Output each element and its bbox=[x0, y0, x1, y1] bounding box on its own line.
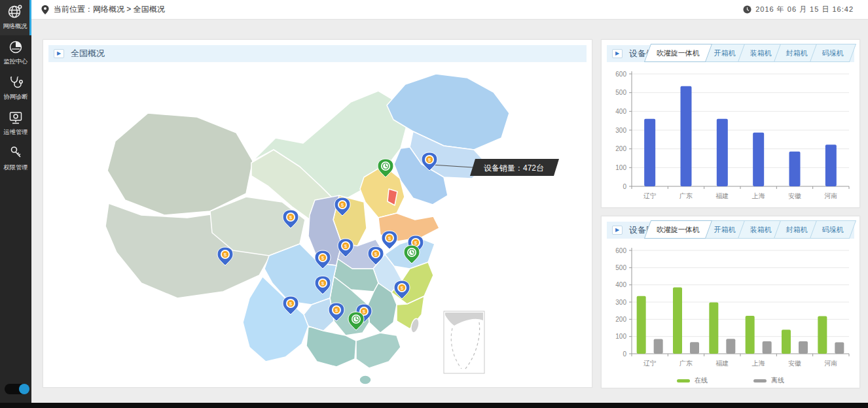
dashboard-app: 网络概况 监控中心 协网诊断 bbox=[0, 0, 868, 408]
offline-swatch bbox=[753, 379, 767, 382]
panel-collapse-button[interactable]: ▶ bbox=[54, 49, 64, 58]
south-china-sea-inset bbox=[444, 311, 484, 373]
tab-palletizer[interactable]: 码垛机 bbox=[810, 44, 856, 62]
toggle-knob bbox=[19, 384, 29, 394]
svg-text:500: 500 bbox=[615, 264, 626, 271]
svg-text:$: $ bbox=[374, 251, 378, 257]
tab-blow-fill-cap[interactable]: 吹灌旋一体机 bbox=[644, 220, 712, 239]
svg-text:$: $ bbox=[401, 285, 404, 291]
svg-text:$: $ bbox=[363, 309, 366, 314]
svg-text:辽宁: 辽宁 bbox=[643, 360, 657, 367]
map-tooltip-text: 设备销量：472台 bbox=[484, 163, 544, 173]
topbar: 当前位置：网络概况 > 全国概况 2016 年 06 月 15 日 16:42 bbox=[31, 0, 868, 20]
map-panel: 设备销量：472台 $$$$$$$$$$$$$$ ▶ 全国概况 bbox=[43, 39, 592, 388]
sidebar-item-label: 监控中心 bbox=[4, 58, 28, 66]
sidebar-collapse-toggle[interactable] bbox=[5, 384, 28, 394]
svg-text:400: 400 bbox=[615, 108, 626, 115]
svg-text:$: $ bbox=[388, 235, 391, 241]
svg-text:0: 0 bbox=[623, 183, 626, 190]
map-panel-header: ▶ 全国概况 bbox=[48, 45, 587, 62]
breadcrumb: 当前位置：网络概况 > 全国概况 bbox=[41, 4, 165, 15]
stethoscope-icon bbox=[7, 74, 24, 91]
sidebar-item-network-overview[interactable]: 网络概况 bbox=[0, 0, 31, 35]
svg-text:福建: 福建 bbox=[715, 192, 729, 199]
svg-text:$: $ bbox=[321, 255, 325, 261]
svg-text:河南: 河南 bbox=[824, 192, 837, 199]
online-swatch bbox=[677, 379, 690, 382]
network-status-panel: ▶ 设备网络状态 吹灌旋一体机 开箱机 装箱机 封箱机 码垛机 01002003… bbox=[601, 216, 860, 388]
svg-text:广东: 广东 bbox=[679, 192, 693, 199]
sidebar-item-diagnosis[interactable]: 协网诊断 bbox=[0, 71, 31, 106]
breadcrumb-text: 当前位置：网络概况 > 全国概况 bbox=[54, 4, 165, 15]
svg-text:$: $ bbox=[321, 280, 325, 286]
map-panel-title: 全国概况 bbox=[71, 48, 105, 60]
sales-tabs: 吹灌旋一体机 开箱机 装箱机 封箱机 码垛机 bbox=[651, 44, 853, 62]
svg-text:$: $ bbox=[289, 301, 293, 307]
ops-monitor-icon bbox=[7, 109, 24, 126]
svg-text:200: 200 bbox=[615, 145, 626, 152]
status-bar-chart: 0100200300400500600辽宁广东福建上海安徽河南 bbox=[602, 241, 859, 371]
status-tabs: 吹灌旋一体机 开箱机 装箱机 封箱机 码垛机 bbox=[651, 220, 853, 239]
svg-text:400: 400 bbox=[615, 281, 626, 288]
monitor-center-icon bbox=[7, 39, 24, 56]
sidebar-item-label: 协网诊断 bbox=[4, 93, 28, 101]
sidebar-item-ops-management[interactable]: 运维管理 bbox=[0, 106, 31, 141]
svg-text:300: 300 bbox=[615, 127, 626, 134]
svg-text:$: $ bbox=[344, 243, 348, 249]
svg-text:$: $ bbox=[224, 252, 227, 258]
svg-text:辽宁: 辽宁 bbox=[643, 192, 657, 199]
svg-text:福建: 福建 bbox=[715, 360, 729, 367]
svg-text:600: 600 bbox=[615, 247, 626, 254]
sales-chart-panel: ▶ 设备销量对比 吹灌旋一体机 开箱机 装箱机 封箱机 码垛机 01002003… bbox=[601, 39, 860, 208]
china-map: 设备销量：472台 $$$$$$$$$$$$$$ bbox=[43, 40, 593, 388]
sidebar-item-label: 权限管理 bbox=[4, 163, 28, 172]
svg-text:$: $ bbox=[335, 307, 338, 313]
topbar-datetime: 2016 年 06 月 15 日 16:42 bbox=[743, 5, 854, 14]
svg-text:200: 200 bbox=[615, 316, 626, 323]
svg-text:300: 300 bbox=[615, 299, 626, 306]
clock-icon bbox=[743, 5, 751, 14]
sidebar-item-monitor-center[interactable]: 监控中心 bbox=[0, 35, 31, 71]
svg-text:安徽: 安徽 bbox=[788, 360, 801, 367]
svg-text:0: 0 bbox=[623, 350, 626, 358]
status-legend: 在线 离线 bbox=[602, 373, 859, 388]
sales-bar-chart: 0100200300400500600辽宁广东福建上海安徽河南 bbox=[602, 65, 859, 203]
location-pin-icon bbox=[41, 5, 50, 15]
sidebar: 网络概况 监控中心 协网诊断 bbox=[0, 0, 31, 403]
svg-text:100: 100 bbox=[615, 164, 626, 171]
svg-text:河南: 河南 bbox=[824, 360, 837, 367]
status-panel-header: ▶ 设备网络状态 吹灌旋一体机 开箱机 装箱机 封箱机 码垛机 bbox=[607, 222, 854, 239]
sales-panel-header: ▶ 设备销量对比 吹灌旋一体机 开箱机 装箱机 封箱机 码垛机 bbox=[607, 45, 854, 62]
panel-collapse-button[interactable]: ▶ bbox=[612, 226, 623, 235]
tab-blow-fill-cap[interactable]: 吹灌旋一体机 bbox=[644, 44, 712, 62]
svg-text:广东: 广东 bbox=[679, 360, 693, 367]
tab-palletizer[interactable]: 码垛机 bbox=[810, 220, 856, 239]
svg-text:上海: 上海 bbox=[751, 192, 765, 199]
svg-text:$: $ bbox=[289, 214, 293, 220]
sales-map-pin[interactable]: $ bbox=[382, 231, 397, 249]
globe-icon bbox=[7, 3, 24, 20]
bottom-bar bbox=[0, 403, 868, 408]
sales-chart: 0100200300400500600辽宁广东福建上海安徽河南 bbox=[602, 65, 859, 206]
svg-text:500: 500 bbox=[615, 89, 626, 96]
sidebar-item-permissions[interactable]: 权限管理 bbox=[0, 141, 31, 177]
key-icon bbox=[7, 144, 24, 162]
svg-text:上海: 上海 bbox=[751, 360, 765, 367]
legend-item-offline[interactable]: 离线 bbox=[753, 376, 784, 385]
svg-text:$: $ bbox=[414, 240, 418, 246]
datetime-text: 2016 年 06 月 15 日 16:42 bbox=[755, 5, 854, 14]
svg-text:100: 100 bbox=[615, 333, 626, 340]
sidebar-item-label: 网络概况 bbox=[3, 22, 27, 31]
svg-text:安徽: 安徽 bbox=[788, 192, 801, 199]
svg-text:600: 600 bbox=[615, 71, 626, 78]
svg-text:$: $ bbox=[341, 202, 344, 208]
status-chart: 0100200300400500600辽宁广东福建上海安徽河南 在线 离线 bbox=[602, 241, 859, 388]
sidebar-item-label: 运维管理 bbox=[4, 128, 28, 137]
svg-text:$: $ bbox=[428, 157, 431, 163]
panel-collapse-button[interactable]: ▶ bbox=[612, 49, 623, 58]
legend-item-online[interactable]: 在线 bbox=[677, 376, 708, 385]
